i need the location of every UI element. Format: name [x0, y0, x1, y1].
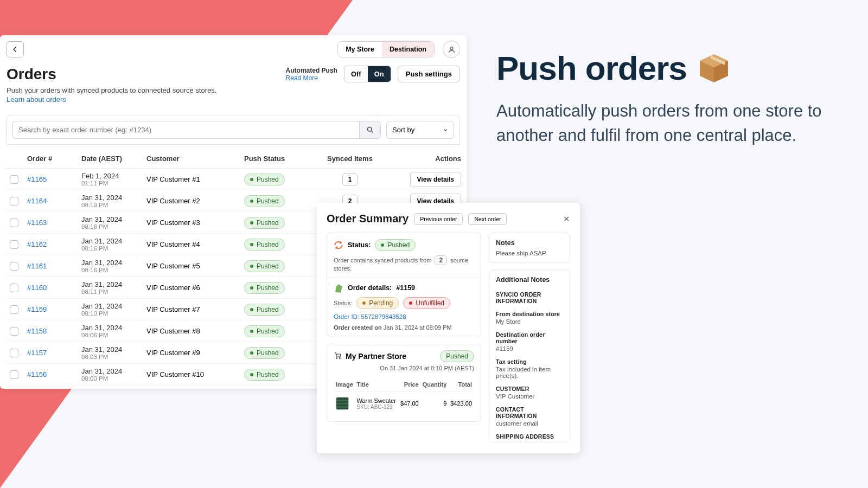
from-store-heading: From destination store	[496, 311, 563, 317]
search-button[interactable]	[359, 121, 381, 139]
row-date: Jan 31, 2024	[81, 215, 146, 223]
partner-store-name: My Partner Store	[346, 352, 406, 361]
row-status-badge: Pushed	[244, 239, 285, 251]
row-checkbox[interactable]	[10, 349, 18, 357]
table-header: Order # Date (AEST) Customer Push Status…	[7, 149, 460, 169]
order-link[interactable]: #1156	[27, 370, 47, 378]
order-link[interactable]: #1157	[27, 349, 47, 357]
toggle-on[interactable]: On	[368, 66, 391, 82]
user-menu-button[interactable]	[443, 41, 460, 58]
toggle-off[interactable]: Off	[344, 66, 368, 82]
row-time: 08:16 PM	[81, 267, 146, 273]
additional-notes-block: Additional Notes SYNCIO ORDER INFORMATIO…	[489, 269, 570, 442]
hero-title-text: Push orders	[496, 49, 687, 87]
th-push-status: Push Status	[244, 155, 315, 163]
order-link[interactable]: #1164	[27, 197, 47, 205]
item-sku: SKU: ABC-123	[357, 404, 397, 410]
row-checkbox[interactable]	[10, 240, 18, 249]
item-title: Warm Sweater	[357, 397, 397, 404]
row-status-badge: Pushed	[244, 195, 285, 207]
cart-icon	[334, 351, 342, 361]
status2-label: Status:	[334, 300, 352, 306]
order-link[interactable]: #1161	[27, 262, 47, 270]
row-customer: VIP Customer #2	[146, 197, 244, 205]
order-id-link[interactable]: Order ID: 5572879843528	[334, 313, 406, 320]
row-checkbox[interactable]	[10, 305, 18, 314]
row-checkbox[interactable]	[10, 219, 18, 227]
row-checkbox[interactable]	[10, 175, 18, 184]
read-more-link[interactable]: Read More	[286, 74, 337, 82]
row-date: Jan 31, 2024	[81, 367, 146, 375]
segment-my-store[interactable]: My Store	[338, 42, 382, 57]
notes-block: Notes Please ship ASAP	[489, 233, 570, 263]
th-synced: Synced Items	[315, 155, 385, 163]
order-summary-panel: Order Summary Previous order Next order …	[317, 203, 580, 453]
row-time: 08:03 PM	[81, 354, 146, 360]
chevron-down-icon	[443, 127, 448, 133]
row-status-badge: Pushed	[244, 347, 285, 359]
order-link[interactable]: #1160	[27, 284, 47, 292]
contains-text: Order contains synced products from 2 so…	[334, 255, 474, 272]
row-status-badge: Pushed	[244, 369, 285, 381]
view-details-button[interactable]: View details	[410, 172, 461, 187]
row-checkbox[interactable]	[10, 262, 18, 271]
th-title: Title	[356, 378, 398, 391]
syncio-heading: SYNCIO ORDER INFORMATION	[496, 291, 563, 304]
row-date: Jan 31, 2024	[81, 280, 146, 288]
customer-heading: CUSTOMER	[496, 386, 563, 392]
summary-title: Order Summary	[327, 213, 409, 225]
store-segmented-control: My Store Destination	[337, 41, 435, 57]
status-block: Status: Pushed Order contains synced pro…	[327, 233, 481, 337]
table-row: #1165Feb 1, 202401:11 PMVIP Customer #1P…	[7, 169, 460, 190]
row-checkbox[interactable]	[10, 327, 18, 336]
th-image: Image	[335, 378, 355, 391]
line-item-row: Warm SweaterSKU: ABC-123 $47.00 9 $423.0…	[335, 393, 473, 414]
order-link[interactable]: #1165	[27, 175, 47, 183]
row-checkbox[interactable]	[10, 197, 18, 206]
package-icon	[697, 51, 731, 86]
th-actions: Actions	[385, 155, 461, 163]
page-title: Orders	[7, 66, 216, 83]
status-badge: Pushed	[375, 239, 416, 251]
row-checkbox[interactable]	[10, 284, 18, 292]
close-icon[interactable]: ✕	[563, 214, 570, 224]
row-time: 08:06 PM	[81, 332, 146, 338]
order-link[interactable]: #1159	[27, 305, 47, 313]
row-checkbox[interactable]	[10, 370, 18, 379]
sort-by-select[interactable]: Sort by	[386, 121, 454, 139]
partner-status-badge: Pushed	[440, 350, 474, 362]
next-order-button[interactable]: Next order	[468, 213, 507, 225]
svg-point-5	[367, 127, 372, 132]
contact-heading: CONTACT INFORMATION	[496, 406, 563, 419]
topbar: My Store Destination	[0, 35, 467, 63]
search-input[interactable]	[12, 121, 359, 139]
row-date: Jan 31, 2024	[81, 345, 146, 354]
synced-items-pill: 1	[342, 173, 358, 186]
segment-destination[interactable]: Destination	[382, 42, 434, 57]
status-label: Status:	[348, 241, 371, 249]
order-link[interactable]: #1162	[27, 240, 47, 248]
row-date: Jan 31, 2024	[81, 324, 146, 332]
row-date: Jan 31, 2024	[81, 302, 146, 310]
sync-icon	[334, 240, 343, 250]
table-controls: Sort by	[0, 111, 467, 149]
previous-order-button[interactable]: Previous order	[414, 213, 463, 225]
th-price: Price	[399, 378, 419, 391]
push-settings-button[interactable]: Push settings	[398, 66, 460, 82]
row-customer: VIP Customer #7	[146, 305, 244, 313]
row-status-badge: Pushed	[244, 260, 285, 272]
order-link[interactable]: #1158	[27, 327, 47, 335]
back-button[interactable]	[7, 41, 24, 57]
page-subtitle: Push your orders with synced products to…	[7, 86, 216, 94]
sort-by-label: Sort by	[392, 126, 414, 134]
dest-order-heading: Destination order number	[496, 331, 563, 344]
learn-about-orders-link[interactable]: Learn about orders	[7, 95, 66, 104]
order-link[interactable]: #1163	[27, 219, 47, 227]
th-total: Total	[449, 378, 473, 391]
from-store-value: My Store	[496, 318, 563, 325]
svg-point-7	[339, 358, 340, 359]
th-qty: Quantity	[421, 378, 448, 391]
row-time: 08:19 PM	[81, 202, 146, 208]
row-time: 08:11 PM	[81, 288, 146, 295]
order-details-number: #1159	[396, 284, 415, 292]
